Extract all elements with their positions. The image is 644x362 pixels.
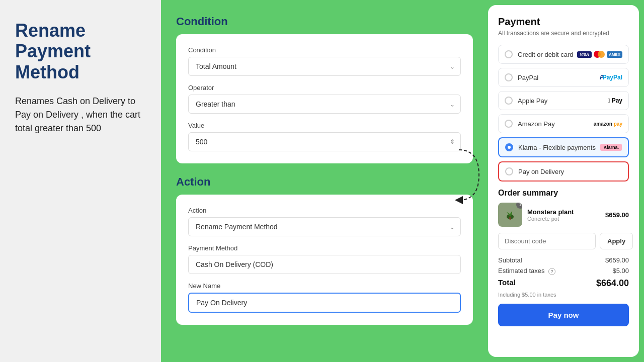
taxes-value: $5.00 xyxy=(612,267,629,275)
subtotal-value: $659.00 xyxy=(605,256,629,264)
left-panel: Rename Payment Method Renames Cash on De… xyxy=(0,0,161,362)
page-description: Renames Cash on Delivery to Pay on Deliv… xyxy=(15,95,146,135)
payment-title: Payment xyxy=(498,16,629,28)
radio-applepay xyxy=(505,97,513,105)
payment-subtitle: All transactions are secure and encrypte… xyxy=(498,30,629,37)
operator-select[interactable]: Greater than xyxy=(188,95,461,114)
middle-panel: Condition Condition Total Amount Operato… xyxy=(161,0,488,362)
payment-method-group: Payment Method xyxy=(188,244,461,274)
taxes-row: Estimated taxes ? $5.00 xyxy=(498,267,629,275)
product-image: 1 xyxy=(498,203,522,227)
condition-section: Condition Condition Total Amount Operato… xyxy=(176,15,473,163)
apply-button[interactable]: Apply xyxy=(600,233,633,249)
condition-label: Condition xyxy=(188,46,461,54)
product-row: 1 Monstera plant Concrete pot $659.00 xyxy=(498,203,629,227)
condition-card: Condition Total Amount Operator Greater … xyxy=(176,34,473,163)
condition-select[interactable]: Total Amount xyxy=(188,57,461,76)
new-name-group: New Name xyxy=(188,282,461,313)
value-label: Value xyxy=(188,122,461,129)
klarna-logo: Klarna. xyxy=(600,144,622,151)
payment-name-applepay: Apple Pay xyxy=(518,97,547,105)
total-value: $664.00 xyxy=(596,278,629,289)
product-price: $659.00 xyxy=(605,211,629,219)
order-summary-title: Order summary xyxy=(498,189,629,198)
payment-card: Payment All transactions are secure and … xyxy=(488,5,639,357)
page-title: Rename Payment Method xyxy=(15,20,146,82)
payment-option-credit[interactable]: Credit or debit card VISA AMEX xyxy=(498,45,629,64)
paypal-logo: 𝘗PayPal xyxy=(600,74,622,81)
payment-option-amazonpay[interactable]: Amazon Pay amazon pay xyxy=(498,114,629,133)
condition-select-wrapper: Total Amount xyxy=(188,57,461,76)
dashed-arrow xyxy=(454,145,489,205)
taxes-info-icon: ? xyxy=(548,268,555,275)
operator-select-wrapper: Greater than xyxy=(188,95,461,114)
radio-klarna xyxy=(505,143,513,151)
payment-option-paypal[interactable]: PayPal 𝘗PayPal xyxy=(498,68,629,87)
value-input-wrapper xyxy=(188,132,461,151)
payment-logo-credit: VISA AMEX xyxy=(577,51,622,58)
applepay-logo:  Pay xyxy=(608,97,622,104)
action-label: Action xyxy=(188,207,461,214)
amazon-logo: amazon pay xyxy=(594,121,622,127)
radio-payondelivery xyxy=(505,167,513,175)
condition-group: Condition Total Amount xyxy=(188,46,461,76)
payment-option-applepay[interactable]: Apple Pay  Pay xyxy=(498,91,629,110)
plant-icon xyxy=(501,206,519,224)
payment-name-klarna: Klarna - Flexible payments xyxy=(518,144,596,151)
radio-credit xyxy=(505,50,513,58)
action-title: Action xyxy=(176,175,473,189)
tax-note: Including $5.00 in taxes xyxy=(498,292,629,298)
discount-row: Apply xyxy=(498,233,629,249)
taxes-label: Estimated taxes ? xyxy=(498,267,555,275)
amex-logo: AMEX xyxy=(607,51,622,58)
product-name: Monstera plant xyxy=(527,208,600,216)
payment-method-label: Payment Method xyxy=(188,244,461,252)
total-label: Total xyxy=(498,278,516,289)
action-select[interactable]: Rename Payment Method xyxy=(188,217,461,236)
right-panel: Payment All transactions are secure and … xyxy=(488,0,644,362)
payment-method-input[interactable] xyxy=(188,255,461,274)
mastercard-logo xyxy=(594,51,605,58)
radio-amazonpay xyxy=(505,120,513,128)
payment-option-payondelivery[interactable]: Pay on Delivery xyxy=(498,161,629,182)
payment-name-credit: Credit or debit card xyxy=(518,51,574,58)
value-input[interactable] xyxy=(188,132,461,151)
new-name-label: New Name xyxy=(188,282,461,290)
payment-logo-amazon: amazon pay xyxy=(594,121,622,127)
condition-title: Condition xyxy=(176,15,473,28)
svg-rect-2 xyxy=(509,217,511,220)
payment-option-klarna[interactable]: Klarna - Flexible payments Klarna. xyxy=(498,137,629,157)
value-group: Value xyxy=(188,122,461,151)
payment-logo-klarna: Klarna. xyxy=(600,144,622,151)
payment-logo-paypal: 𝘗PayPal xyxy=(600,74,622,81)
product-desc: Concrete pot xyxy=(527,216,600,222)
pay-now-button[interactable]: Pay now xyxy=(498,304,629,326)
action-group: Action Rename Payment Method xyxy=(188,207,461,236)
product-info: Monstera plant Concrete pot xyxy=(527,208,600,222)
radio-paypal xyxy=(505,73,513,81)
payment-name-paypal: PayPal xyxy=(518,74,538,81)
total-row: Total $664.00 xyxy=(498,278,629,289)
subtotal-row: Subtotal $659.00 xyxy=(498,256,629,264)
action-select-wrapper: Rename Payment Method xyxy=(188,217,461,236)
visa-logo: VISA xyxy=(577,51,592,58)
operator-group: Operator Greater than xyxy=(188,84,461,114)
payment-logo-applepay:  Pay xyxy=(608,97,622,104)
discount-input[interactable] xyxy=(498,233,596,249)
action-section: Action Action Rename Payment Method Paym… xyxy=(176,175,473,325)
subtotal-label: Subtotal xyxy=(498,256,522,264)
payment-name-payondelivery: Pay on Delivery xyxy=(518,168,564,175)
payment-name-amazonpay: Amazon Pay xyxy=(518,120,555,128)
action-card: Action Rename Payment Method Payment Met… xyxy=(176,195,473,325)
new-name-input[interactable] xyxy=(188,293,461,313)
operator-label: Operator xyxy=(188,84,461,92)
